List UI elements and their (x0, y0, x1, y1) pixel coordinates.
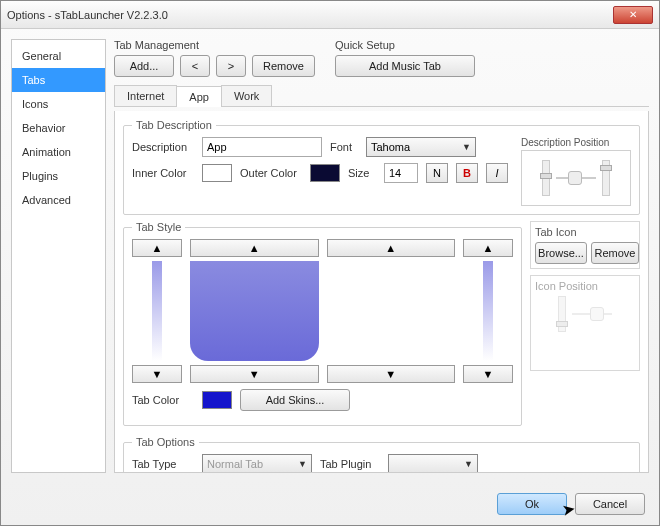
size-input[interactable] (384, 163, 418, 183)
options-window: Options - sTabLauncher V2.2.3.0 ✕ Genera… (0, 0, 660, 526)
style-down-4[interactable]: ▼ (463, 365, 513, 383)
description-input[interactable] (202, 137, 322, 157)
quick-setup-label: Quick Setup (335, 39, 475, 51)
add-button[interactable]: Add... (114, 55, 174, 77)
style-up-4[interactable]: ▲ (463, 239, 513, 257)
tab-preview-left-edge (152, 261, 162, 361)
tab-plugin-combo[interactable]: ▼ (388, 454, 478, 473)
quick-setup-group: Quick Setup Add Music Tab (335, 39, 475, 77)
next-button[interactable]: > (216, 55, 246, 77)
content: General Tabs Icons Behavior Animation Pl… (1, 29, 659, 525)
tab-preview-right-edge (483, 261, 493, 361)
inner-color-swatch[interactable] (202, 164, 232, 182)
tab-style-legend: Tab Style (132, 221, 185, 233)
sidebar-item-plugins[interactable]: Plugins (12, 164, 105, 188)
tab-type-combo[interactable]: Normal Tab▼ (202, 454, 312, 473)
icon-remove-button[interactable]: Remove (591, 242, 639, 264)
tab-description-group: Tab Description Description Font Tahoma▼ (123, 119, 640, 215)
sidebar-item-behavior[interactable]: Behavior (12, 116, 105, 140)
add-skins-button[interactable]: Add Skins... (240, 389, 350, 411)
window-title: Options - sTabLauncher V2.2.3.0 (7, 9, 168, 21)
outer-color-label: Outer Color (240, 167, 302, 179)
sidebar: General Tabs Icons Behavior Animation Pl… (11, 39, 106, 473)
desc-pos-label: Description Position (521, 137, 631, 148)
sidebar-item-advanced[interactable]: Advanced (12, 188, 105, 212)
content-tabs: Internet App Work (114, 85, 649, 107)
tab-work[interactable]: Work (221, 85, 272, 106)
tab-color-label: Tab Color (132, 394, 194, 406)
sidebar-item-animation[interactable]: Animation (12, 140, 105, 164)
chevron-down-icon: ▼ (464, 459, 473, 469)
add-music-tab-button[interactable]: Add Music Tab (335, 55, 475, 77)
outer-color-swatch[interactable] (310, 164, 340, 182)
tab-internet[interactable]: Internet (114, 85, 177, 106)
prev-button[interactable]: < (180, 55, 210, 77)
titlebar: Options - sTabLauncher V2.2.3.0 ✕ (1, 1, 659, 29)
tab-options-legend: Tab Options (132, 436, 199, 448)
tab-preview-body (190, 261, 319, 361)
tab-options-group: Tab Options Tab Type Normal Tab▼ Tab Plu… (123, 436, 640, 473)
description-position-control[interactable] (521, 150, 631, 206)
style-normal-toggle[interactable]: N (426, 163, 448, 183)
style-down-1[interactable]: ▼ (132, 365, 182, 383)
sidebar-item-icons[interactable]: Icons (12, 92, 105, 116)
close-icon[interactable]: ✕ (613, 6, 653, 24)
window-controls: ✕ (613, 6, 653, 24)
style-italic-toggle[interactable]: I (486, 163, 508, 183)
remove-button[interactable]: Remove (252, 55, 315, 77)
tab-color-swatch[interactable] (202, 391, 232, 409)
tab-icon-group: Tab Icon Browse... Remove (530, 221, 640, 269)
tab-management-label: Tab Management (114, 39, 315, 51)
inner-color-label: Inner Color (132, 167, 194, 179)
style-down-2[interactable]: ▼ (190, 365, 319, 383)
font-combo[interactable]: Tahoma▼ (366, 137, 476, 157)
tab-type-label: Tab Type (132, 458, 194, 470)
footer: Ok Cancel (497, 493, 645, 515)
tab-icon-label: Tab Icon (535, 226, 635, 238)
tab-app[interactable]: App (176, 86, 222, 107)
tab-management-group: Tab Management Add... < > Remove (114, 39, 315, 77)
style-up-1[interactable]: ▲ (132, 239, 182, 257)
style-up-2[interactable]: ▲ (190, 239, 319, 257)
tab-description-legend: Tab Description (132, 119, 216, 131)
icon-position-label: Icon Position (535, 280, 635, 292)
tab-style-group: Tab Style ▲ ▼ ▲ ▼ (123, 221, 522, 426)
font-label: Font (330, 141, 358, 153)
sidebar-item-tabs[interactable]: Tabs (12, 68, 105, 92)
style-up-3[interactable]: ▲ (327, 239, 456, 257)
tab-plugin-label: Tab Plugin (320, 458, 380, 470)
browse-button[interactable]: Browse... (535, 242, 587, 264)
sidebar-item-general[interactable]: General (12, 44, 105, 68)
right-pane: Tab Management Add... < > Remove Quick S… (114, 39, 649, 473)
chevron-down-icon: ▼ (462, 142, 471, 152)
chevron-down-icon: ▼ (298, 459, 307, 469)
tab-panel: Tab Description Description Font Tahoma▼ (114, 111, 649, 473)
ok-button[interactable]: Ok (497, 493, 567, 515)
style-bold-toggle[interactable]: B (456, 163, 478, 183)
cancel-button[interactable]: Cancel (575, 493, 645, 515)
description-label: Description (132, 141, 194, 153)
icon-position-group: Icon Position (530, 275, 640, 371)
style-down-3[interactable]: ▼ (327, 365, 456, 383)
size-label: Size (348, 167, 376, 179)
